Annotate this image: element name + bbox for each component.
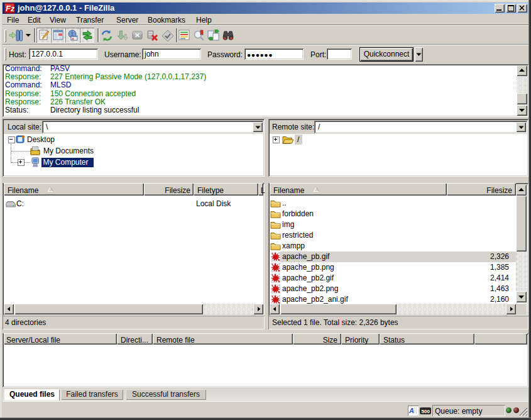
svg-text:Fz: Fz — [6, 4, 14, 13]
svg-text:A: A — [408, 407, 414, 414]
svg-text:500: 500 — [422, 409, 430, 414]
